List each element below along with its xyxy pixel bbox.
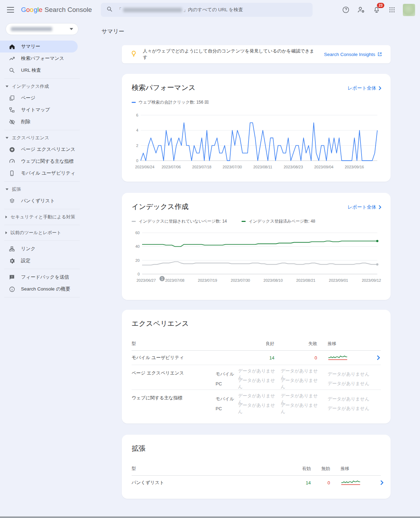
sidebar-item-breadcrumbs[interactable]: パンくずリスト <box>0 195 84 207</box>
chevron-right-icon[interactable] <box>380 480 384 485</box>
svg-text:2023/08/10: 2023/08/10 <box>264 278 283 282</box>
caret-right-icon <box>6 231 7 234</box>
avatar[interactable] <box>403 4 415 16</box>
insights-banner: 人々がウェブでどのようにして自分のコンテンツを発見しているのかを確認できます S… <box>122 45 391 63</box>
svg-text:40: 40 <box>135 244 140 248</box>
trend-sparkline <box>333 479 380 487</box>
svg-text:60: 60 <box>135 231 140 235</box>
performance-chart[interactable]: 02462023/06/242023/07/062023/07/182023/0… <box>132 110 381 175</box>
indexing-chart[interactable]: 02040602023/06/272023/07/082023/07/19202… <box>132 229 381 293</box>
links-tree-icon <box>8 245 15 252</box>
trend-sparkline <box>320 354 372 362</box>
svg-text:2023/09/04: 2023/09/04 <box>314 165 334 169</box>
apps-grid-icon[interactable] <box>387 5 397 14</box>
home-icon <box>8 43 15 50</box>
property-selector[interactable] <box>6 23 78 35</box>
enhancements-table-header: 型 有効 無効 推移 <box>132 462 381 476</box>
feedback-icon <box>8 274 15 281</box>
sidebar-section-enhancements[interactable]: 拡張 <box>0 184 84 195</box>
card-title: インデックス作成 <box>132 202 381 211</box>
legend-not-indexed: インデックスに登録されていないページ数: 14 <box>132 218 227 224</box>
divider <box>4 269 80 269</box>
sidebar-section-security[interactable]: セキュリティと手動による対策 <box>0 211 84 223</box>
page-title: サマリー <box>84 20 420 35</box>
svg-text:2023/07/06: 2023/07/06 <box>162 165 181 169</box>
window-bottom-edge <box>0 516 420 518</box>
speedometer-icon <box>8 158 15 165</box>
sidebar-item-about[interactable]: Search Console の概要 <box>0 283 84 295</box>
sidebar-item-feedback[interactable]: フィードバックを送信 <box>0 271 84 283</box>
experience-card: エクスペリエンス 型 良好 失敗 推移 モバイル ユーザビリティ 14 <box>122 310 391 424</box>
svg-text:20: 20 <box>135 258 140 262</box>
divider <box>4 181 80 182</box>
sidebar-item-removals[interactable]: 削除 <box>0 116 84 128</box>
search-icon <box>106 6 113 14</box>
sidebar-section-experience[interactable]: エクスペリエンス <box>0 132 84 144</box>
menu-icon[interactable] <box>6 5 16 15</box>
search-performance-card: 検索パフォーマンス レポート全体 ウェブ検索の合計クリック数: 156 回 02… <box>122 74 391 182</box>
svg-text:2023/06/27: 2023/06/27 <box>136 278 156 282</box>
notification-badge: 23 <box>377 3 384 8</box>
legend-web-clicks: ウェブ検索の合計クリック数: 156 回 <box>132 99 209 105</box>
caret-down-icon <box>6 137 8 139</box>
lightbulb-icon <box>130 50 137 58</box>
sidebar-item-page-experience[interactable]: ページ エクスペリエンス <box>0 144 84 155</box>
app-header: Google Search Console 「 」内のすべての URL を検査 … <box>0 0 420 20</box>
report-link-performance[interactable]: レポート全体 <box>348 85 382 91</box>
sidebar-section-indexing[interactable]: インデックス作成 <box>0 81 84 92</box>
caret-down-icon <box>6 86 8 88</box>
divider <box>4 240 80 241</box>
sidebar-nav: サマリー 検索パフォーマンス URL 検査 インデックス作成 ページ サイト <box>0 41 84 298</box>
sidebar: サマリー 検索パフォーマンス URL 検査 インデックス作成 ページ サイト <box>0 20 84 300</box>
report-link-indexing[interactable]: レポート全体 <box>348 204 382 210</box>
notifications-icon[interactable]: 23 <box>372 5 381 14</box>
search-icon <box>8 67 15 74</box>
trending-up-icon <box>8 55 15 62</box>
sidebar-item-pages[interactable]: ページ <box>0 92 84 104</box>
sidebar-item-sitemaps[interactable]: サイトマップ <box>0 104 84 116</box>
indexing-card: インデックス作成 レポート全体 インデックスに登録されていないページ数: 14 … <box>122 193 391 300</box>
caret-down-icon <box>70 28 73 30</box>
gear-icon <box>8 257 15 264</box>
help-icon[interactable] <box>341 5 350 14</box>
svg-text:2023/08/23: 2023/08/23 <box>284 165 303 169</box>
table-row-page-experience[interactable]: ページ エクスペリエンス モバイル データがありません データがありません デー… <box>132 365 381 390</box>
sidebar-item-links[interactable]: リンク <box>0 243 84 255</box>
breadcrumbs-icon <box>8 197 15 204</box>
invalid-count: 0 <box>314 480 333 485</box>
url-inspection-search[interactable]: 「 」内のすべての URL を検査 <box>101 3 313 17</box>
chevron-right-icon[interactable] <box>372 355 381 360</box>
sidebar-item-settings[interactable]: 設定 <box>0 255 84 267</box>
valid-count: 14 <box>286 480 314 485</box>
experience-table-header: 型 良好 失敗 推移 <box>132 337 381 351</box>
divider <box>4 209 80 209</box>
legend-dash <box>132 102 136 103</box>
svg-text:2023/08/21: 2023/08/21 <box>296 278 315 282</box>
sidebar-item-url-inspection[interactable]: URL 検査 <box>0 64 84 76</box>
logo-letter: G <box>21 6 26 14</box>
svg-text:2023/07/30: 2023/07/30 <box>231 278 250 282</box>
sidebar-item-core-web-vitals[interactable]: ウェブに関する主な指標 <box>0 155 84 167</box>
insights-link[interactable]: Search Console Insights <box>324 52 382 57</box>
good-count: 14 <box>238 355 277 360</box>
table-row-breadcrumbs[interactable]: パンくずリスト 14 0 <box>132 476 381 490</box>
table-row-core-web-vitals[interactable]: ウェブに関する主な指標 モバイル データがありません データがありません データ… <box>132 390 381 414</box>
sidebar-section-legacy-tools[interactable]: 以前のツールとレポート <box>0 227 84 238</box>
blurred-property-url <box>123 8 182 12</box>
sidebar-item-summary[interactable]: サマリー <box>0 41 78 52</box>
card-title: 検索パフォーマンス <box>132 83 381 92</box>
page-experience-icon <box>8 146 15 153</box>
app-logo[interactable]: Google Search Console <box>21 6 92 14</box>
sidebar-item-mobile-usability[interactable]: モバイル ユーザビリティ <box>0 167 84 179</box>
banner-text: 人々がウェブでどのようにして自分のコンテンツを発見しているのかを確認できます <box>143 48 318 61</box>
divider <box>4 297 80 298</box>
sidebar-item-performance[interactable]: 検索パフォーマンス <box>0 52 84 64</box>
card-title: 拡張 <box>132 444 381 453</box>
info-icon <box>8 286 15 293</box>
legend-dash <box>241 221 246 222</box>
manage-accounts-icon[interactable] <box>357 5 366 14</box>
search-placeholder: 「 」内のすべての URL を検査 <box>117 7 243 13</box>
table-row-mobile-usability[interactable]: モバイル ユーザビリティ 14 0 <box>132 351 381 365</box>
divider <box>4 225 80 225</box>
pages-icon <box>8 94 15 102</box>
